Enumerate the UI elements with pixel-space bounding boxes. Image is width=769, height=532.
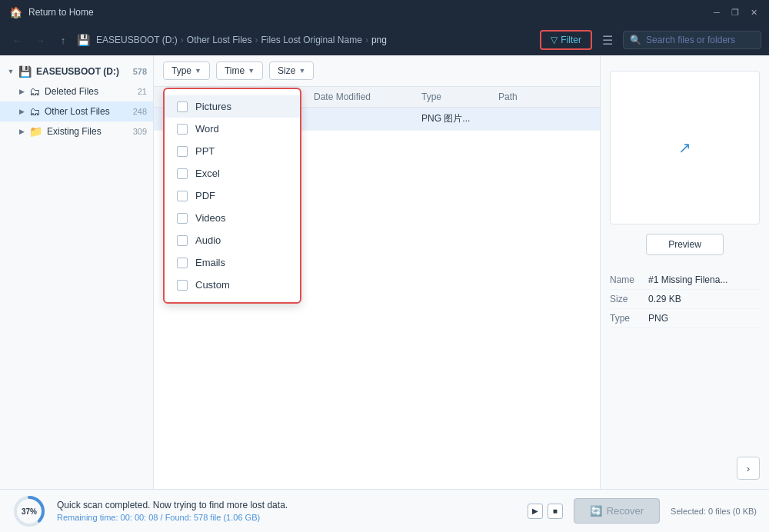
chevron-right-icon: › — [747, 463, 750, 474]
custom-checkbox[interactable] — [177, 280, 188, 291]
menu-button[interactable]: ☰ — [597, 29, 618, 51]
dropdown-item-pictures[interactable]: Pictures — [165, 95, 300, 118]
sidebar-count-existing: 309 — [133, 127, 147, 136]
expand-arrow: ▼ — [6, 67, 15, 76]
titlebar: 🏠 Return to Home ─ ❐ ✕ — [0, 0, 769, 25]
word-checkbox[interactable] — [177, 124, 188, 135]
type-dropdown-menu: Pictures Word PPT Excel PDF Videos — [163, 88, 301, 304]
expand-arrow: ▶ — [17, 107, 26, 116]
up-button[interactable]: ↑ — [54, 31, 72, 49]
minimize-button[interactable]: ─ — [711, 6, 723, 18]
back-button[interactable]: ← — [8, 31, 26, 49]
meta-type-label: Type — [610, 313, 648, 324]
search-input[interactable] — [646, 35, 754, 45]
time-dropdown-button[interactable]: Time ▼ — [216, 62, 263, 80]
videos-checkbox[interactable] — [177, 213, 188, 224]
sidebar-count-deleted: 21 — [138, 87, 147, 96]
main-area: ▼ 💾 EASEUSBOOT (D:) 578 ▶ 🗂 Deleted File… — [0, 55, 769, 489]
dropdown-item-audio[interactable]: Audio — [165, 229, 300, 251]
sidebar-label-deleted: Deleted Files — [45, 86, 135, 97]
emails-checkbox[interactable] — [177, 258, 188, 268]
sidebar-item-drive[interactable]: ▼ 💾 EASEUSBOOT (D:) 578 — [0, 62, 153, 81]
drive-icon: 💾 — [18, 65, 32, 78]
status-sub-text: Remaining time: 00: 00: 08 / Found: 578 … — [57, 513, 517, 522]
sidebar-label-other-lost: Other Lost Files — [45, 106, 130, 117]
expand-arrow: ▶ — [17, 127, 26, 136]
folder-icon: 📁 — [29, 125, 42, 138]
meta-name-value: #1 Missing Filena... — [648, 274, 727, 285]
sidebar-count-drive: 578 — [133, 67, 147, 76]
expand-arrow: ▶ — [17, 87, 26, 96]
preview-button[interactable]: Preview — [646, 234, 724, 255]
sidebar: ▼ 💾 EASEUSBOOT (D:) 578 ▶ 🗂 Deleted File… — [0, 55, 154, 489]
size-dropdown-button[interactable]: Size ▼ — [269, 62, 314, 80]
recover-icon: 🔄 — [590, 505, 602, 517]
breadcrumb-other-lost[interactable]: Other Lost Files — [187, 35, 252, 45]
meta-type-row: Type PNG — [610, 309, 760, 328]
next-button[interactable]: › — [737, 457, 760, 480]
status-text: Quick scan completed. Now trying to find… — [57, 500, 517, 522]
header-type: Type — [421, 91, 498, 102]
scan-controls: ▶ ■ — [528, 504, 563, 519]
chevron-down-icon: ▼ — [298, 67, 305, 75]
forward-button[interactable]: → — [31, 31, 49, 49]
pdf-checkbox[interactable] — [177, 191, 188, 201]
breadcrumb-png[interactable]: png — [371, 35, 387, 45]
chevron-down-icon: ▼ — [248, 67, 255, 75]
search-icon: 🔍 — [630, 35, 641, 45]
maximize-button[interactable]: ❐ — [729, 6, 741, 18]
meta-type-value: PNG — [648, 313, 668, 324]
sidebar-label-drive: EASEUSBOOT (D:) — [36, 66, 130, 77]
preview-placeholder-icon: ↗ — [678, 138, 691, 157]
folder-icon: 🗂 — [29, 105, 40, 118]
breadcrumb-files-lost[interactable]: Files Lost Original Name — [261, 35, 362, 45]
stop-button[interactable]: ■ — [548, 504, 563, 519]
dropdown-item-emails[interactable]: Emails — [165, 251, 300, 274]
excel-checkbox[interactable] — [177, 168, 188, 179]
progress-text: 37% — [22, 507, 37, 515]
drive-icon: 💾 — [77, 34, 90, 46]
play-pause-button[interactable]: ▶ — [528, 504, 543, 519]
app-icon: 🏠 — [9, 6, 22, 18]
pictures-checkbox[interactable] — [177, 101, 188, 112]
filter-icon: ▽ — [551, 35, 558, 45]
sidebar-item-deleted[interactable]: ▶ 🗂 Deleted Files 21 — [0, 81, 153, 101]
breadcrumb: 💾 EASEUSBOOT (D:) › Other Lost Files › F… — [77, 34, 535, 46]
sidebar-label-existing: Existing Files — [47, 126, 130, 137]
audio-checkbox[interactable] — [177, 235, 188, 246]
sidebar-count-other-lost: 248 — [133, 107, 147, 116]
close-button[interactable]: ✕ — [747, 6, 760, 18]
preview-area: ↗ — [610, 71, 760, 224]
header-date: Date Modified — [314, 91, 421, 102]
statusbar: 37% Quick scan completed. Now trying to … — [0, 489, 769, 532]
progress-circle: 37% — [12, 494, 46, 528]
status-main-text: Quick scan completed. Now trying to find… — [57, 500, 517, 510]
dropdown-item-videos[interactable]: Videos — [165, 207, 300, 229]
ppt-checkbox[interactable] — [177, 146, 188, 157]
breadcrumb-drive[interactable]: EASEUSBOOT (D:) — [96, 35, 178, 45]
dropdown-item-custom[interactable]: Custom — [165, 274, 300, 296]
dropdown-item-pdf[interactable]: PDF — [165, 185, 300, 207]
filter-button[interactable]: ▽ Filter — [540, 30, 592, 50]
meta-size-row: Size 0.29 KB — [610, 290, 760, 309]
meta-name-label: Name — [610, 274, 648, 285]
dropdown-item-word[interactable]: Word — [165, 118, 300, 140]
chevron-down-icon: ▼ — [195, 67, 201, 75]
app-title: Return to Home — [28, 7, 711, 18]
sidebar-item-other-lost[interactable]: ▶ 🗂 Other Lost Files 248 — [0, 101, 153, 121]
file-type: PNG 图片... — [421, 112, 498, 125]
header-path: Path — [498, 91, 591, 102]
search-box[interactable]: 🔍 — [623, 31, 761, 49]
window-controls[interactable]: ─ ❐ ✕ — [711, 6, 760, 18]
type-dropdown-button[interactable]: Type ▼ — [163, 62, 210, 80]
filter-bar: Type ▼ Time ▼ Size ▼ — [154, 55, 600, 87]
meta-name-row: Name #1 Missing Filena... — [610, 271, 760, 290]
sidebar-item-existing[interactable]: ▶ 📁 Existing Files 309 — [0, 121, 153, 141]
folder-icon: 🗂 — [29, 85, 40, 98]
dropdown-item-excel[interactable]: Excel — [165, 162, 300, 185]
navbar: ← → ↑ 💾 EASEUSBOOT (D:) › Other Lost Fil… — [0, 25, 769, 55]
dropdown-item-ppt[interactable]: PPT — [165, 140, 300, 162]
meta-size-value: 0.29 KB — [648, 294, 681, 304]
recover-button[interactable]: 🔄 Recover — [574, 498, 660, 524]
preview-panel: ↗ Preview Name #1 Missing Filena... Size… — [600, 55, 769, 489]
